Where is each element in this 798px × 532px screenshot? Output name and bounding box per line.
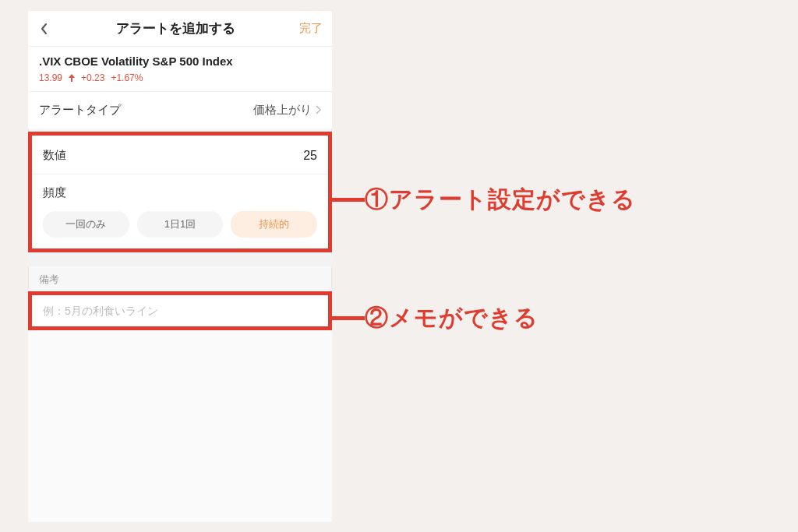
ticker-change: +0.23 — [81, 72, 104, 83]
annotation-2: ②メモができる — [332, 302, 538, 334]
ticker-stats: 13.99 +0.23 +1.67% — [39, 72, 321, 83]
ticker-percent: +1.67% — [111, 72, 143, 83]
frequency-option-persistent[interactable]: 持続的 — [231, 211, 317, 238]
value-label: 数値 — [43, 148, 66, 163]
frequency-option-once[interactable]: 一回のみ — [43, 211, 129, 238]
memo-input[interactable] — [32, 295, 328, 326]
chevron-right-icon — [315, 104, 321, 117]
value-row[interactable]: 数値 25 — [32, 136, 328, 174]
annotation-1: ①アラート設定ができる — [332, 184, 636, 216]
arrow-up-icon — [69, 74, 75, 82]
frequency-section: 頻度 一回のみ 1日1回 持続的 — [32, 174, 328, 248]
annotation-1-text: ①アラート設定ができる — [365, 184, 636, 216]
back-icon[interactable] — [37, 22, 51, 36]
ticker-name: .VIX CBOE Volatility S&P 500 Index — [39, 55, 321, 68]
empty-area — [28, 330, 332, 522]
alert-type-label: アラートタイプ — [39, 103, 121, 118]
ticker-block: .VIX CBOE Volatility S&P 500 Index 13.99… — [28, 47, 332, 91]
page-title: アラートを追加する — [51, 19, 299, 37]
annotation-line-icon — [332, 198, 365, 202]
done-button[interactable]: 完了 — [299, 21, 323, 36]
frequency-pills: 一回のみ 1日1回 持続的 — [43, 211, 317, 238]
alert-type-value: 価格上がり — [253, 103, 312, 118]
frequency-option-daily[interactable]: 1日1回 — [137, 211, 224, 238]
value-amount: 25 — [303, 149, 317, 163]
section-spacer — [28, 252, 332, 266]
ticker-price: 13.99 — [39, 72, 62, 83]
phone-frame: アラートを追加する 完了 .VIX CBOE Volatility S&P 50… — [28, 11, 332, 522]
app-header: アラートを追加する 完了 — [28, 11, 332, 47]
alert-settings-box: 数値 25 頻度 一回のみ 1日1回 持続的 — [28, 132, 332, 252]
alert-type-row[interactable]: アラートタイプ 価格上がり — [28, 91, 332, 129]
annotation-2-text: ②メモができる — [365, 302, 538, 334]
memo-section-label: 備考 — [28, 266, 332, 291]
memo-box — [28, 291, 332, 330]
annotation-line-icon — [332, 316, 365, 320]
frequency-label: 頻度 — [43, 185, 317, 200]
